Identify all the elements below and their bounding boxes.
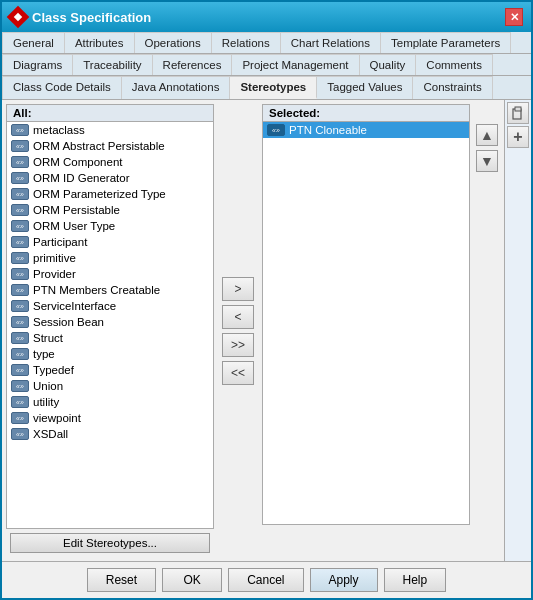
edit-stereotypes-button[interactable]: Edit Stereotypes... (10, 533, 210, 553)
item-icon: «» (11, 412, 29, 424)
list-item[interactable]: «» type (7, 346, 213, 362)
app-icon (7, 6, 30, 29)
tabs-row-1: General Attributes Operations Relations … (2, 32, 531, 54)
tab-references[interactable]: References (153, 54, 233, 75)
item-label: Session Bean (33, 316, 104, 328)
selected-list[interactable]: «» PTN Cloneable (263, 122, 469, 524)
tab-relations[interactable]: Relations (212, 32, 281, 53)
item-label: Participant (33, 236, 87, 248)
list-item[interactable]: «» ORM Persistable (7, 202, 213, 218)
tab-stereotypes[interactable]: Stereotypes (230, 76, 317, 99)
tab-diagrams[interactable]: Diagrams (2, 54, 73, 75)
item-label: PTN Members Creatable (33, 284, 160, 296)
cancel-button[interactable]: Cancel (228, 568, 303, 592)
paste-icon (511, 106, 525, 120)
item-icon: «» (11, 380, 29, 392)
move-all-right-button[interactable]: >> (222, 333, 254, 357)
item-icon: «» (11, 252, 29, 264)
tab-quality[interactable]: Quality (360, 54, 417, 75)
main-content: All: «» metaclass «» ORM Abstract Persis… (2, 100, 531, 561)
list-item[interactable]: «» ORM User Type (7, 218, 213, 234)
list-item[interactable]: «» Session Bean (7, 314, 213, 330)
toolbar-add-button[interactable]: + (507, 126, 529, 148)
selected-list-item[interactable]: «» PTN Cloneable (263, 122, 469, 138)
title-bar-left: Class Specification (10, 9, 151, 25)
item-icon: «» (11, 316, 29, 328)
tab-tagged-values[interactable]: Tagged Values (317, 76, 413, 99)
selected-panel-container: Selected: «» PTN Cloneable (262, 104, 470, 557)
spacer (262, 529, 470, 557)
tab-traceability[interactable]: Traceability (73, 54, 152, 75)
list-item[interactable]: «» Struct (7, 330, 213, 346)
close-button[interactable]: ✕ (505, 8, 523, 26)
item-label: ORM Persistable (33, 204, 120, 216)
toolbar-paste-button[interactable] (507, 102, 529, 124)
selected-panel: Selected: «» PTN Cloneable (262, 104, 470, 525)
item-label: metaclass (33, 124, 85, 136)
apply-button[interactable]: Apply (310, 568, 378, 592)
list-item[interactable]: «» PTN Members Creatable (7, 282, 213, 298)
tab-template-parameters[interactable]: Template Parameters (381, 32, 511, 53)
item-icon: «» (11, 156, 29, 168)
middle-buttons: > < >> << (218, 104, 258, 557)
item-label: Provider (33, 268, 76, 280)
add-icon: + (513, 128, 522, 146)
move-all-left-button[interactable]: << (222, 361, 254, 385)
list-item[interactable]: «» primitive (7, 250, 213, 266)
item-label: ORM Parameterized Type (33, 188, 166, 200)
list-item[interactable]: «» Typedef (7, 362, 213, 378)
item-label: ORM Abstract Persistable (33, 140, 165, 152)
move-down-button[interactable]: ▼ (476, 150, 498, 172)
list-item[interactable]: «» ORM Abstract Persistable (7, 138, 213, 154)
item-icon: «» (11, 204, 29, 216)
inner-content: All: «» metaclass «» ORM Abstract Persis… (2, 100, 504, 561)
item-icon: «» (11, 428, 29, 440)
list-item[interactable]: «» XSDall (7, 426, 213, 442)
reset-button[interactable]: Reset (87, 568, 156, 592)
tab-class-code-details[interactable]: Class Code Details (2, 76, 122, 99)
selected-item-label: PTN Cloneable (289, 124, 367, 136)
tab-operations[interactable]: Operations (135, 32, 212, 53)
list-item[interactable]: «» viewpoint (7, 410, 213, 426)
item-icon: «» (11, 348, 29, 360)
tabs-row-3: Class Code Details Java Annotations Ster… (2, 76, 531, 100)
list-item[interactable]: «» metaclass (7, 122, 213, 138)
list-item[interactable]: «» Participant (7, 234, 213, 250)
list-item[interactable]: «» utility (7, 394, 213, 410)
item-label: ORM ID Generator (33, 172, 130, 184)
tab-comments[interactable]: Comments (416, 54, 493, 75)
ok-button[interactable]: OK (162, 568, 222, 592)
item-label: viewpoint (33, 412, 81, 424)
item-label: ORM Component (33, 156, 122, 168)
move-right-button[interactable]: > (222, 277, 254, 301)
all-list[interactable]: «» metaclass «» ORM Abstract Persistable… (7, 122, 213, 528)
item-label: Typedef (33, 364, 74, 376)
help-button[interactable]: Help (384, 568, 447, 592)
side-nav-buttons: ▲ ▼ (474, 104, 500, 557)
all-panel: All: «» metaclass «» ORM Abstract Persis… (6, 104, 214, 529)
item-label: utility (33, 396, 59, 408)
window: Class Specification ✕ General Attributes… (0, 0, 533, 600)
list-item[interactable]: «» Provider (7, 266, 213, 282)
item-label: type (33, 348, 55, 360)
item-label: XSDall (33, 428, 68, 440)
tab-constraints[interactable]: Constraints (413, 76, 492, 99)
list-item[interactable]: «» ServiceInterface (7, 298, 213, 314)
tab-attributes[interactable]: Attributes (65, 32, 135, 53)
tab-java-annotations[interactable]: Java Annotations (122, 76, 231, 99)
tab-project-management[interactable]: Project Management (232, 54, 359, 75)
move-left-button[interactable]: < (222, 305, 254, 329)
move-up-button[interactable]: ▲ (476, 124, 498, 146)
selected-panel-label: Selected: (263, 105, 469, 122)
window-title: Class Specification (32, 10, 151, 25)
item-icon: «» (11, 284, 29, 296)
tab-chart-relations[interactable]: Chart Relations (281, 32, 381, 53)
item-label: Struct (33, 332, 63, 344)
list-item[interactable]: «» ORM Parameterized Type (7, 186, 213, 202)
list-item[interactable]: «» ORM ID Generator (7, 170, 213, 186)
tab-general[interactable]: General (2, 32, 65, 53)
bottom-bar: Reset OK Cancel Apply Help (2, 561, 531, 598)
list-item[interactable]: «» ORM Component (7, 154, 213, 170)
item-icon: «» (11, 396, 29, 408)
list-item[interactable]: «» Union (7, 378, 213, 394)
